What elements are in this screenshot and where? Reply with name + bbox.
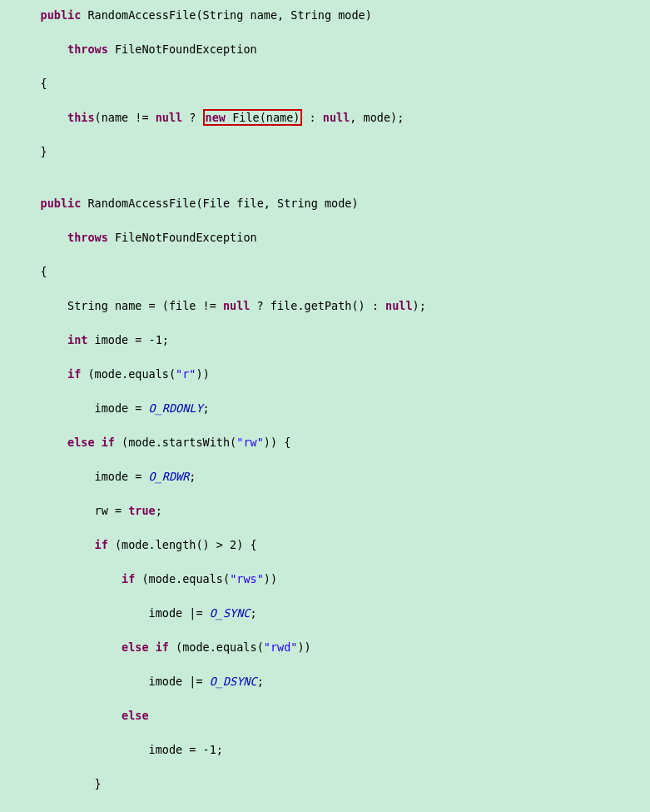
line-13: imode = O_RDONLY; xyxy=(10,400,640,417)
line-4: this(name != null ? new File(name) : nul… xyxy=(10,109,640,127)
line-23: imode = -1; xyxy=(10,741,640,759)
line-3: { xyxy=(10,75,640,92)
line-10: String name = (file != null ? file.getPa… xyxy=(10,297,640,315)
line-24: } xyxy=(10,775,640,793)
line-1: public RandomAccessFile(String name, Str… xyxy=(10,7,640,24)
line-19: imode |= O_SYNC; xyxy=(10,605,640,622)
line-9: { xyxy=(10,263,640,281)
line-8: throws FileNotFoundException xyxy=(10,229,640,247)
line-17: if (mode.length() > 2) { xyxy=(10,536,640,554)
line-18: if (mode.equals("rws")) xyxy=(10,570,640,588)
line-20: else if (mode.equals("rwd")) xyxy=(10,639,640,656)
line-7: public RandomAccessFile(File file, Strin… xyxy=(10,195,640,212)
line-12: if (mode.equals("r")) xyxy=(10,366,640,383)
line-11: int imode = -1; xyxy=(10,331,640,349)
line-16: rw = true; xyxy=(10,502,640,520)
line-2: throws FileNotFoundException xyxy=(10,41,640,58)
line-15: imode = O_RDWR; xyxy=(10,468,640,486)
line-22: else xyxy=(10,707,640,725)
code-block: public RandomAccessFile(String name, Str… xyxy=(10,7,640,812)
line-5: } xyxy=(10,143,640,161)
code-container: public RandomAccessFile(String name, Str… xyxy=(0,0,650,812)
line-21: imode |= O_DSYNC; xyxy=(10,673,640,690)
line-14: else if (mode.startsWith("rw")) { xyxy=(10,434,640,451)
